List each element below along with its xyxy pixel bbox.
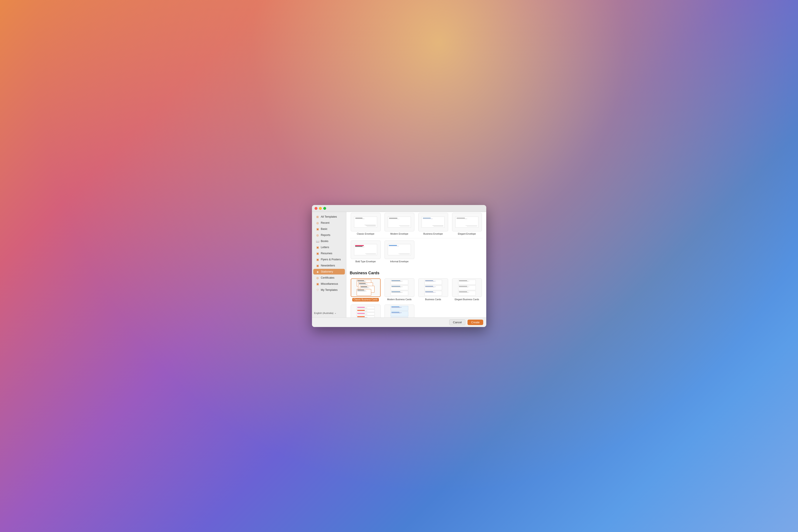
template-business-envelope[interactable]: Business Envelope — [417, 212, 449, 236]
language-arrow-icon: ⌄ — [335, 311, 336, 315]
label-classic-bc: Classic Business Cards — [352, 298, 379, 302]
business-cards-section-title: Business Cards — [350, 267, 483, 278]
sidebar-label-flyers-posters: Flyers & Posters — [321, 258, 341, 261]
main-content: Classic Envelope Modern Envelope — [346, 212, 486, 318]
template-preview-business-envelope — [418, 213, 448, 231]
sidebar-label-books: Books — [321, 240, 328, 243]
template-elegant-envelope[interactable]: Elegant Envelope — [451, 212, 483, 236]
misc-icon: ▣ — [316, 282, 319, 286]
template-bold-type-bc[interactable]: Bold Type Business Cards — [350, 304, 381, 318]
template-preview-business-bc — [418, 279, 448, 297]
sidebar-item-letters[interactable]: ▣ Letters — [313, 244, 345, 250]
language-label: English (Australia) — [314, 312, 334, 315]
sidebar-label-letters: Letters — [321, 246, 329, 249]
window-body: ⊞ All Templates ◎ Recent ▣ Basic ◎ Repor… — [312, 212, 486, 318]
newsletter-icon: ▣ — [316, 264, 319, 267]
sidebar-label-newsletters: Newsletters — [321, 264, 335, 267]
template-preview-classic-bc — [351, 279, 381, 297]
cancel-button[interactable]: Cancel — [449, 319, 466, 325]
business-cards-grid-row2: Bold Type Business Cards — [350, 304, 483, 318]
template-preview-bold-type-bc — [351, 305, 381, 318]
template-classic-envelope[interactable]: Classic Envelope — [350, 212, 381, 236]
sidebar-item-reports[interactable]: ◎ Reports — [313, 232, 345, 238]
heart-icon: ♡ — [316, 288, 319, 292]
label-modern-envelope: Modern Envelope — [391, 232, 408, 235]
sidebar-label-recent: Recent — [321, 221, 329, 224]
sidebar: ⊞ All Templates ◎ Recent ▣ Basic ◎ Repor… — [312, 212, 346, 318]
sidebar-item-resumes[interactable]: ▣ Resumes — [313, 250, 345, 256]
grid-icon: ⊞ — [316, 215, 319, 218]
sidebar-label-miscellaneous: Miscellaneous — [321, 282, 338, 285]
minimize-button[interactable] — [319, 207, 322, 210]
sidebar-item-stationery[interactable]: ◈ Stationery — [313, 269, 345, 274]
template-preview-classic-envelope — [351, 213, 381, 231]
sidebar-item-my-templates[interactable]: ♡ My Templates — [313, 287, 345, 293]
titlebar — [312, 205, 486, 212]
basic-icon: ▣ — [316, 227, 319, 231]
template-preview-modern-bc — [384, 279, 414, 297]
label-elegant-envelope: Elegant Envelope — [458, 232, 476, 235]
footer-bar: Cancel Create — [312, 318, 486, 327]
label-classic-envelope: Classic Envelope — [357, 232, 375, 235]
template-elegant-bc[interactable]: Elegant Business Cards — [451, 278, 483, 302]
template-modern-envelope[interactable]: Modern Envelope — [384, 212, 415, 236]
reports-icon: ◎ — [316, 233, 319, 237]
template-preview-informal-envelope — [384, 241, 414, 259]
certificate-icon: ◎ — [316, 276, 319, 280]
create-button[interactable]: Create — [468, 320, 483, 325]
maximize-button[interactable] — [323, 207, 326, 210]
sidebar-label-basic: Basic — [321, 227, 328, 230]
label-bold-type-envelope: Bold Type Envelope — [355, 260, 376, 263]
envelope-row-2: Bold Type Envelope Informal Envelope — [350, 240, 483, 264]
sidebar-label-resumes: Resumes — [321, 252, 332, 255]
label-business-bc: Business Cards — [425, 298, 441, 301]
flyer-icon: ▣ — [316, 258, 319, 261]
clock-icon: ◎ — [316, 221, 319, 225]
envelope-row-top: Classic Envelope Modern Envelope — [350, 212, 483, 238]
sidebar-label-reports: Reports — [321, 233, 330, 236]
sidebar-label-certificates: Certificates — [321, 276, 335, 279]
sidebar-item-certificates[interactable]: ◎ Certificates — [313, 275, 345, 281]
label-elegant-bc: Elegant Business Cards — [455, 298, 479, 301]
sidebar-label-stationery: Stationery — [321, 270, 333, 273]
app-window: ⊞ All Templates ◎ Recent ▣ Basic ◎ Repor… — [312, 205, 486, 327]
sidebar-item-newsletters[interactable]: ▣ Newsletters — [313, 263, 345, 268]
label-business-envelope: Business Envelope — [423, 232, 443, 235]
sidebar-item-all-templates[interactable]: ⊞ All Templates — [313, 214, 345, 220]
sidebar-label-all-templates: All Templates — [321, 215, 337, 218]
template-preview-bold-type-envelope — [351, 241, 381, 259]
book-icon: 📖 — [316, 240, 319, 243]
template-classic-bc[interactable]: Classic Business Cards — [350, 278, 381, 302]
language-selector[interactable]: English (Australia) ⌄ — [312, 310, 346, 316]
template-preview-elegant-envelope — [452, 213, 482, 231]
letter-icon: ▣ — [316, 246, 319, 249]
template-business-bc[interactable]: Business Cards — [417, 278, 449, 302]
template-preview-modern-envelope — [384, 213, 414, 231]
sidebar-item-flyers-posters[interactable]: ▣ Flyers & Posters — [313, 256, 345, 262]
close-button[interactable] — [315, 207, 318, 210]
business-cards-grid-row1: Classic Business Cards — [350, 278, 483, 302]
resume-icon: ▣ — [316, 252, 319, 255]
sidebar-label-my-templates: My Templates — [321, 288, 338, 291]
sidebar-item-basic[interactable]: ▣ Basic — [313, 226, 345, 232]
stationery-icon: ◈ — [316, 270, 319, 273]
template-bold-type-envelope[interactable]: Bold Type Envelope — [350, 240, 381, 264]
template-informal-envelope[interactable]: Informal Envelope — [384, 240, 415, 264]
sidebar-item-books[interactable]: 📖 Books — [313, 238, 345, 244]
label-modern-bc: Modern Business Cards — [387, 298, 412, 301]
sidebar-item-recent[interactable]: ◎ Recent — [313, 220, 345, 226]
template-modern-bc[interactable]: Modern Business Cards — [384, 278, 415, 302]
template-preview-informal-bc — [384, 305, 414, 318]
sidebar-item-miscellaneous[interactable]: ▣ Miscellaneous — [313, 281, 345, 287]
template-informal-bc[interactable]: Informal Business Cards — [384, 304, 415, 318]
template-preview-elegant-bc — [452, 279, 482, 297]
label-informal-envelope: Informal Envelope — [390, 260, 409, 263]
